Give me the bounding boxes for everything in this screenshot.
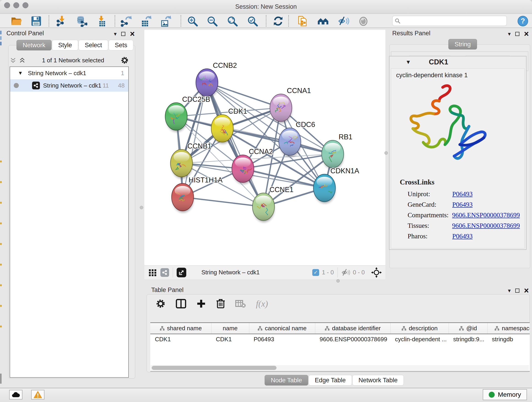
crosslink-link[interactable]: 9606.ENSP00000378699	[452, 222, 520, 230]
tab-style[interactable]: Style	[52, 40, 78, 51]
table-cell[interactable]: stringdb	[487, 334, 530, 345]
table-settings-gear-icon[interactable]	[156, 299, 166, 309]
network-badge-icon[interactable]	[160, 268, 169, 277]
tab-network-table[interactable]: Network Table	[352, 375, 404, 385]
network-options-gear-icon[interactable]	[120, 56, 129, 64]
glass-ball-effect-button[interactable]	[356, 14, 371, 27]
panel-float-icon[interactable]	[515, 32, 519, 36]
network-node-RB1[interactable]: RB1	[322, 133, 352, 170]
network-edge-HIST1H1A-CCNE1[interactable]	[183, 197, 264, 207]
hide-enhanced-graphics-button[interactable]	[336, 14, 351, 27]
column-header--id[interactable]: @id	[449, 323, 487, 334]
network-edge-CDK1-RB1[interactable]	[222, 128, 333, 154]
export-image-icon	[160, 15, 172, 27]
birds-eye-view-icon[interactable]	[371, 267, 382, 278]
network-node-CCNB1[interactable]: CCNB1	[171, 142, 211, 179]
zoom-fit-button[interactable]	[225, 14, 240, 27]
tab-string[interactable]: String	[448, 39, 477, 50]
window-title: Session: New Session	[0, 3, 532, 10]
grid-view-icon[interactable]	[148, 268, 157, 277]
network-view-title: String Network – cdk1	[201, 269, 260, 276]
toolbar-separator	[181, 15, 181, 27]
tab-network[interactable]: Network	[17, 40, 51, 51]
column-header-shared-name[interactable]: shared name	[150, 323, 211, 334]
zoom-out-button[interactable]	[205, 14, 220, 27]
column-header-description[interactable]: description	[390, 323, 449, 334]
crosslink-link[interactable]: P06493	[452, 201, 473, 208]
import-table-file-button[interactable]	[94, 14, 109, 27]
export-network-button[interactable]	[119, 14, 134, 27]
network-node-CCNA1[interactable]: CCNA1	[270, 87, 311, 123]
panel-close-icon[interactable]: ×	[524, 30, 529, 38]
table-cell[interactable]: CDK1	[150, 334, 211, 345]
panel-menu-icon[interactable]: ▾	[508, 288, 511, 293]
table-cell[interactable]: P06493	[249, 334, 315, 345]
export-image-button[interactable]	[158, 14, 173, 27]
cloud-tasks-button[interactable]	[9, 390, 22, 400]
panel-float-icon[interactable]	[515, 288, 519, 293]
collapse-triangle-icon[interactable]: ▼	[405, 59, 411, 65]
title-bar: Session: New Session	[0, 0, 532, 14]
network-node-HIST1H1A[interactable]: HIST1H1A	[172, 176, 222, 213]
zoom-selected-button[interactable]	[245, 14, 260, 27]
import-network-file-button[interactable]	[55, 14, 69, 27]
show-columns-icon[interactable]	[176, 299, 186, 308]
tab-select[interactable]: Select	[79, 40, 108, 51]
search-icon	[395, 18, 401, 24]
panel-menu-icon[interactable]: ▾	[114, 31, 117, 37]
column-header-namespace[interactable]: namespace	[487, 323, 530, 334]
zoom-in-button[interactable]	[185, 14, 200, 27]
column-header-canonical-name[interactable]: canonical name	[249, 323, 315, 334]
column-header-name[interactable]: name	[211, 323, 249, 334]
tab-sets[interactable]: Sets	[109, 40, 133, 51]
export-table-button[interactable]	[139, 14, 153, 27]
table-h-scrollbar-thumb[interactable]	[152, 366, 277, 370]
open-folder-icon	[11, 15, 22, 27]
column-header-database-identifier[interactable]: database identifier	[315, 323, 390, 334]
crosslink-link[interactable]: P06493	[452, 232, 473, 240]
share-document-button[interactable]	[296, 14, 310, 27]
add-column-plus-icon[interactable]	[196, 299, 206, 308]
network-node-CCNA2[interactable]: CCNA2	[232, 148, 273, 184]
tab-node-table[interactable]: Node Table	[265, 375, 308, 385]
save-session-button[interactable]	[29, 14, 44, 27]
network-canvas[interactable]: CCNB2CCNA1CDC25BCDK1CDC6RB1CCNB1CCNA2CDK…	[144, 30, 385, 265]
table-cell[interactable]: 9606.ENSP00000378699	[315, 334, 390, 345]
table-cell[interactable]: cyclin-dependent ...	[390, 334, 449, 345]
crosslink-link[interactable]: 9606.ENSP00000378699	[452, 211, 520, 219]
collapse-triangle-icon[interactable]: ▼	[18, 70, 23, 76]
network-row[interactable]: String Network – cdk1 11 48	[10, 79, 128, 92]
open-session-button[interactable]	[9, 14, 24, 27]
network-node-CDC25B[interactable]: CDC25B	[165, 95, 210, 132]
panel-menu-icon[interactable]: ▾	[508, 31, 511, 37]
table-panel-title: Table Panel	[151, 287, 184, 294]
right-splitter-handle[interactable]	[385, 151, 388, 155]
warnings-button[interactable]	[31, 390, 44, 400]
table-cell[interactable]: CDK1	[211, 334, 249, 345]
search-input[interactable]	[403, 17, 505, 25]
string-home-button[interactable]	[316, 14, 330, 27]
selected-count-checkbox-icon[interactable]: ✓	[312, 269, 319, 276]
panel-float-icon[interactable]	[121, 32, 125, 36]
bottom-splitter-handle[interactable]	[336, 279, 340, 283]
crosslink-link[interactable]: P06493	[452, 190, 473, 198]
column-hierarchy-icon	[401, 326, 406, 331]
memory-button[interactable]: Memory	[483, 389, 527, 400]
delete-trash-icon[interactable]	[216, 299, 225, 309]
table-cell[interactable]: stringdb:9...	[449, 334, 487, 345]
panel-close-icon[interactable]: ×	[524, 287, 529, 295]
collapse-all-networks-icon[interactable]	[10, 57, 17, 64]
open-view-in-window-icon[interactable]	[177, 268, 186, 277]
network-node-CDKN1A[interactable]: CDKN1A	[313, 167, 359, 204]
expand-all-networks-icon[interactable]	[19, 57, 26, 64]
refresh-button[interactable]	[271, 14, 285, 27]
panel-close-icon[interactable]: ×	[130, 30, 135, 38]
left-splitter-handle[interactable]	[140, 206, 143, 209]
network-node-CCNE1[interactable]: CCNE1	[253, 186, 293, 222]
network-node-CCNB2[interactable]: CCNB2	[196, 61, 237, 98]
tab-edge-table[interactable]: Edge Table	[309, 375, 352, 385]
help-button[interactable]: ?	[515, 14, 530, 27]
network-collection-row[interactable]: ▼ String Network – cdk1 1	[10, 67, 128, 79]
crosslink-row: Uniprot: P06493	[408, 189, 520, 199]
import-network-database-button[interactable]	[74, 14, 89, 27]
